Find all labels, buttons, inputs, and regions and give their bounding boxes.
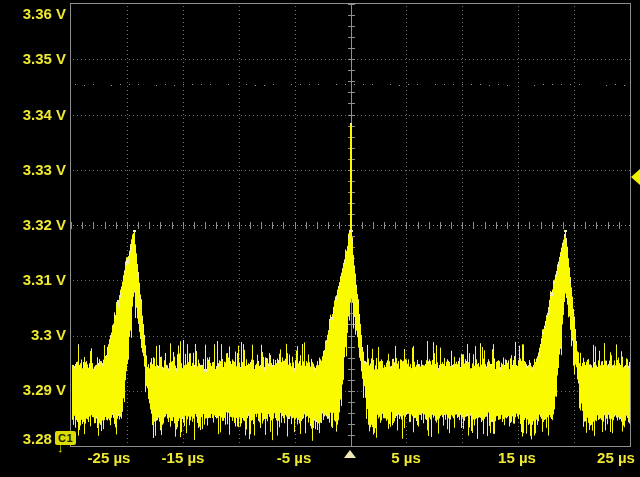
x-tick-label: 15 µs bbox=[498, 449, 536, 467]
waveform-canvas bbox=[0, 0, 640, 477]
y-tick-label: 3.34 V bbox=[0, 106, 66, 124]
y-tick-label: 3.35 V bbox=[0, 50, 66, 68]
oscilloscope-screen: 3.36 V 3.35 V 3.34 V 3.33 V 3.32 V 3.31 … bbox=[0, 0, 640, 477]
x-tick-label: -25 µs bbox=[88, 449, 131, 467]
y-tick-label: 3.33 V bbox=[0, 161, 66, 179]
y-tick-label: 3.29 V bbox=[0, 381, 66, 399]
x-tick-label: -5 µs bbox=[277, 449, 312, 467]
y-tick-label: 3.36 V bbox=[0, 5, 66, 23]
y-tick-label: 3.31 V bbox=[0, 271, 66, 289]
x-tick-label: -15 µs bbox=[162, 449, 205, 467]
y-tick-label: 3.32 V bbox=[0, 216, 66, 234]
x-tick-label: 5 µs bbox=[391, 449, 421, 467]
trigger-level-icon[interactable] bbox=[631, 169, 640, 185]
trigger-position-icon[interactable] bbox=[344, 450, 356, 458]
channel-offset-arrow-icon[interactable]: ↓ bbox=[57, 441, 64, 455]
y-tick-label: 3.3 V bbox=[0, 326, 66, 344]
x-tick-label: 25 µs bbox=[597, 449, 635, 467]
